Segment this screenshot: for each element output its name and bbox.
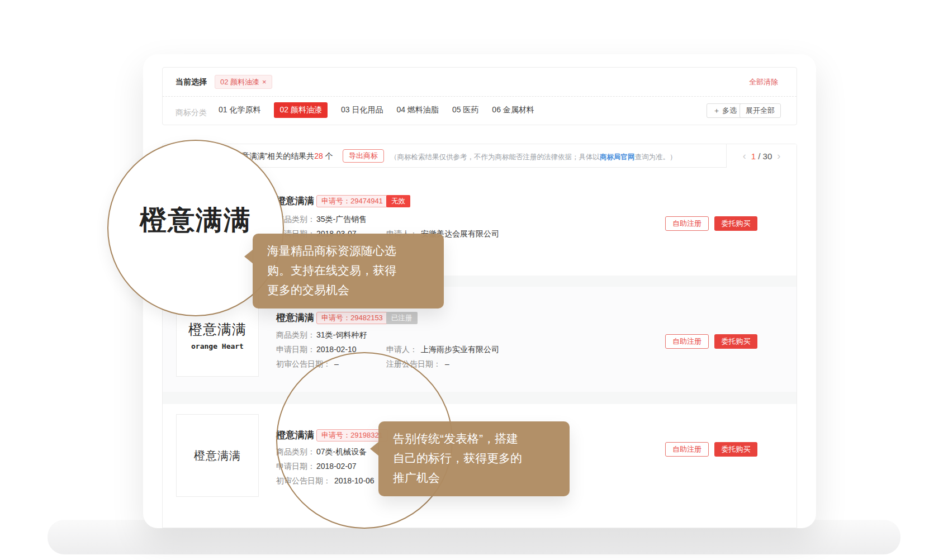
trademark-title: 橙意满满 [276, 311, 314, 324]
application-number-label: 申请号： [321, 314, 350, 322]
reg-notice-value: – [445, 359, 449, 368]
clear-all-link[interactable]: 全部清除 [749, 77, 778, 87]
entrust-purchase-button[interactable]: 委托购买 [714, 442, 757, 457]
callout-promotion: 告别传统“发表格”，搭建 自己的标行，获得更多的 推广机会 [378, 421, 570, 496]
category-list: 01 化学原料 02 颜料油漆 03 日化用品 04 燃料油脂 05 医药 06… [219, 102, 534, 118]
callout-marketplace: 海量精品商标资源随心选 购。支持在线交易，获得 更多的交易机会 [253, 234, 444, 309]
entrust-purchase-button[interactable]: 委托购买 [714, 216, 757, 231]
status-badge-invalid: 无效 [386, 195, 410, 207]
callout-line: 推广机会 [393, 468, 560, 487]
page-divider: / [758, 151, 760, 161]
disclaimer-pre: （商标检索结果仅供参考，不作为商标能否注册的法律依据；具体以 [390, 153, 600, 161]
application-number-value: 29482153 [350, 314, 383, 322]
status-badge-registered: 已注册 [386, 312, 418, 324]
magnified-trademark-text: 橙意满满 [140, 202, 252, 238]
disclaimer-note: （商标检索结果仅供参考，不作为商标能否注册的法律依据；具体以商标局官网查询为准。… [390, 153, 677, 162]
total-pages: 30 [763, 151, 772, 161]
callout-line: 告别传统“发表格”，搭建 [393, 429, 560, 448]
tag-close-icon[interactable]: × [262, 78, 267, 86]
category-item-04[interactable]: 04 燃料油脂 [396, 105, 438, 115]
current-selection-label: 当前选择 [176, 77, 207, 87]
dashed-divider [163, 96, 797, 97]
callout-arrow-icon [370, 442, 379, 456]
callout-line: 海量精品商标资源随心选 [267, 241, 434, 260]
expand-all-button[interactable]: 展开全部 [740, 103, 781, 118]
category-item-02-active[interactable]: 02 颜料油漆 [274, 102, 327, 118]
application-number-label: 申请号： [321, 197, 350, 205]
self-register-button[interactable]: 自助注册 [665, 216, 709, 231]
pagination: ‹ 1 / 30 › [726, 144, 797, 168]
self-register-button[interactable]: 自助注册 [665, 442, 709, 457]
category-field-value: 35类-广告销售 [316, 215, 367, 225]
screenshot-stage: 当前选择 02 颜料油漆× 全部清除 商标分类 01 化学原料 02 颜料油漆 … [0, 0, 948, 560]
applicant-value: 上海雨步实业有限公司 [421, 345, 499, 355]
callout-line: 更多的交易机会 [267, 280, 434, 300]
entrust-purchase-button[interactable]: 委托购买 [714, 334, 757, 349]
prev-page-icon[interactable]: ‹ [743, 150, 746, 162]
category-label: 商标分类 [176, 108, 207, 118]
thumbnail-text-cn: 橙意满满 [194, 448, 241, 463]
category-item-05[interactable]: 05 医药 [452, 105, 478, 115]
category-field-value: 31类-饲料种籽 [316, 330, 367, 340]
results-count: 28 [314, 151, 323, 160]
applicant-label: 申请人： [386, 345, 418, 355]
trademark-thumbnail-3: 橙意满满 [176, 414, 259, 497]
results-header: 检索到“橙意满满”相关的结果共28 个 导出商标 （商标检索结果仅供参考，不作为… [163, 144, 797, 168]
category-item-06[interactable]: 06 金属材料 [492, 105, 534, 115]
next-page-icon[interactable]: › [777, 150, 780, 162]
export-trademark-button[interactable]: 导出商标 [343, 149, 384, 163]
current-page: 1 [751, 151, 756, 161]
application-number: 申请号：29474941 [316, 195, 388, 207]
callout-line: 购。支持在线交易，获得 [267, 260, 434, 280]
category-field-label: 商品类别： [276, 330, 315, 340]
trademark-title: 橙意满满 [276, 194, 314, 207]
apply-date-value: 2018-02-10 [316, 345, 357, 354]
thumbnail-text-en: orange Heart [191, 342, 244, 350]
thumbnail-text-cn: 橙意满满 [188, 320, 247, 339]
filter-panel: 当前选择 02 颜料油漆× 全部清除 商标分类 01 化学原料 02 颜料油漆 … [162, 67, 797, 125]
application-number: 申请号：29482153 [316, 312, 388, 324]
disclaimer-post: 查询为准。） [635, 153, 677, 161]
self-register-button[interactable]: 自助注册 [665, 334, 709, 349]
row-gap [163, 392, 797, 404]
application-number-value: 29474941 [350, 197, 383, 205]
category-item-01[interactable]: 01 化学原料 [219, 105, 260, 115]
selected-filter-tag[interactable]: 02 颜料油漆× [215, 75, 272, 89]
callout-arrow-icon [244, 249, 253, 264]
trademark-office-link[interactable]: 商标局官网 [600, 153, 635, 161]
selected-filter-tag-label: 02 颜料油漆 [220, 78, 259, 86]
multi-select-button[interactable]: ＋ 多选 [707, 103, 743, 118]
results-count-unit: 个 [323, 151, 333, 160]
apply-date-label: 申请日期： [276, 345, 315, 355]
callout-line: 自己的标行，获得更多的 [393, 448, 560, 468]
category-item-03[interactable]: 03 日化用品 [341, 105, 383, 115]
